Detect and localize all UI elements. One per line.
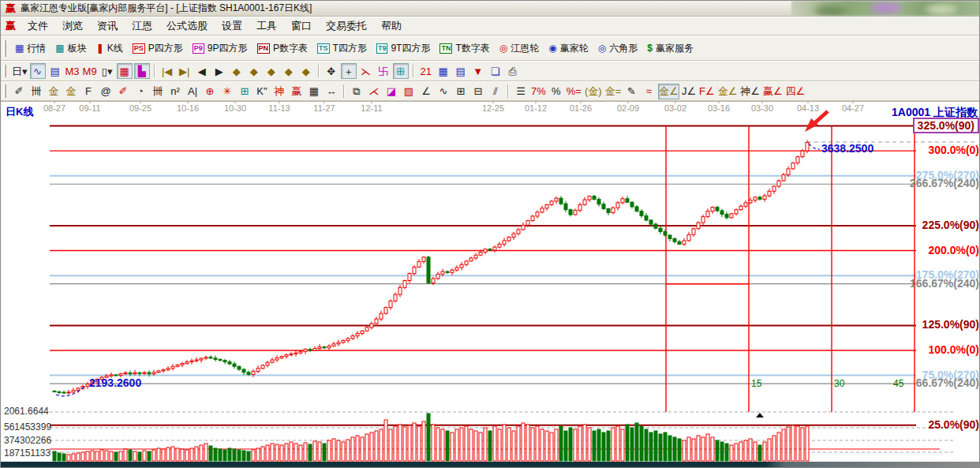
- sectors-button[interactable]: ▩板块: [50, 39, 91, 58]
- p-square-button[interactable]: PSP四方形: [128, 39, 188, 58]
- gann-circle-tool[interactable]: ⊕: [202, 84, 218, 99]
- page-prev-button[interactable]: ◀: [194, 63, 210, 79]
- wave-9-button[interactable]: M9: [82, 63, 98, 79]
- menu-item-工具[interactable]: 工具: [249, 17, 284, 35]
- grid-b-tool[interactable]: ⊟: [470, 84, 486, 99]
- gold-angle-tool[interactable]: 金∠: [658, 84, 679, 99]
- menu-item-交易委托[interactable]: 交易委托: [319, 17, 374, 35]
- 9t-square-button[interactable]: T99T四方形: [372, 39, 436, 58]
- k-quote-tool[interactable]: K": [254, 84, 270, 99]
- percent-tool[interactable]: %: [548, 84, 564, 99]
- page-next-button[interactable]: ▶: [211, 63, 227, 79]
- fan-box-tool[interactable]: ◪: [383, 84, 399, 99]
- toolbar-grip[interactable]: [3, 65, 6, 78]
- menu-item-设置[interactable]: 设置: [215, 17, 249, 35]
- f-angle-tool[interactable]: F∠: [698, 84, 716, 99]
- zoom-wave-button[interactable]: ∿: [30, 63, 46, 79]
- gann-web-tool[interactable]: ✳: [219, 84, 235, 99]
- gold-ruler2-tool[interactable]: 金: [63, 84, 79, 99]
- mirror-tool[interactable]: A|: [185, 84, 200, 99]
- period-dropdown[interactable]: 日▾: [11, 63, 28, 79]
- gann-tool-button[interactable]: ▦: [117, 63, 133, 79]
- winner-wheel-button[interactable]: ◉赢家轮: [544, 39, 593, 58]
- pen-sword-tool[interactable]: ✎: [623, 84, 639, 99]
- trendline-button[interactable]: ⋋: [358, 63, 374, 79]
- percent7-tool[interactable]: 7%: [530, 84, 547, 99]
- candlestick-plot[interactable]: [1, 101, 980, 462]
- shen-angle-tool[interactable]: 神∠: [739, 84, 761, 99]
- slashes-tool[interactable]: ⫽: [488, 84, 503, 99]
- web-export-button[interactable]: ❏: [488, 63, 503, 79]
- percent-line-tool[interactable]: %=: [566, 84, 582, 99]
- angle-lines-tool[interactable]: ∠: [418, 84, 434, 99]
- zigzag-tool[interactable]: ∿: [436, 84, 451, 99]
- menu-item-窗口[interactable]: 窗口: [284, 17, 319, 35]
- toolbar-grip[interactable]: [3, 40, 6, 57]
- gann-shape-button[interactable]: 卐: [376, 63, 391, 79]
- fan-tool[interactable]: ⋌: [366, 84, 382, 99]
- crosshair-button[interactable]: ＋: [341, 63, 357, 79]
- winner-service-button[interactable]: $赢家服务: [642, 39, 698, 58]
- menu-item-浏览[interactable]: 浏览: [55, 17, 90, 35]
- ying-tool[interactable]: 赢: [289, 84, 305, 99]
- save-button[interactable]: ▼: [470, 63, 486, 79]
- jump-last-button[interactable]: ▶|: [177, 63, 193, 79]
- spiral-tool[interactable]: @: [98, 84, 114, 99]
- menu-item-江恩[interactable]: 江恩: [125, 17, 159, 35]
- expand-left-button[interactable]: ◆: [229, 63, 245, 79]
- menu-item-文件[interactable]: 文件: [21, 17, 55, 35]
- jump-first-button[interactable]: |◀: [159, 63, 175, 79]
- red-knife-tool[interactable]: ✐: [115, 84, 131, 99]
- si-angle-tool[interactable]: 四∠: [785, 84, 806, 99]
- fan-grid-tool[interactable]: ▨: [401, 84, 417, 99]
- gann-wheel-button[interactable]: ◎江恩轮: [495, 39, 544, 58]
- shen-tool[interactable]: 神: [271, 84, 287, 99]
- gold-circle-tool[interactable]: (金): [584, 84, 603, 99]
- hexagon-button[interactable]: ◎六角形: [593, 39, 642, 58]
- n2-tool[interactable]: n²: [167, 84, 183, 99]
- notes-button[interactable]: ▤: [453, 63, 469, 79]
- f-ruler-tool[interactable]: F: [80, 84, 96, 99]
- expand-right-button[interactable]: ◆: [246, 63, 262, 79]
- volume-profile-button[interactable]: ▙: [134, 63, 150, 79]
- menu-item-帮助[interactable]: 帮助: [374, 17, 409, 35]
- calculator-button[interactable]: ▦: [436, 63, 451, 79]
- j-angle-tool[interactable]: J∠: [681, 84, 697, 99]
- menu-item-公式选股[interactable]: 公式选股: [159, 17, 215, 35]
- clock-tool[interactable]: ◔: [133, 84, 148, 99]
- wave-a-tool[interactable]: ≈: [641, 84, 656, 99]
- t-square-button[interactable]: TST四方形: [312, 39, 372, 58]
- comb-tool[interactable]: 卌: [28, 84, 44, 99]
- gann-level-label: 300.0%(0): [928, 144, 979, 156]
- brain-button[interactable]: ꕥ: [393, 63, 409, 79]
- expand-diagonal-button[interactable]: ◆: [281, 63, 297, 79]
- chart-area[interactable]: 日K线 1A0001 上证指数 2193.2600 3638.2500 08-2…: [1, 101, 980, 462]
- knife-tool[interactable]: ✐: [11, 84, 27, 99]
- info-panel-button[interactable]: ▤: [47, 63, 63, 79]
- quotes-button[interactable]: ▦行情: [10, 39, 50, 58]
- wave-3-button[interactable]: M3: [65, 63, 80, 79]
- expand-horizontal-button[interactable]: ◆: [264, 63, 279, 79]
- gold-line-tool[interactable]: 金=: [604, 84, 623, 99]
- p-number-table-button[interactable]: PNP数字表: [252, 39, 313, 58]
- pan-hand-button[interactable]: ✥: [324, 63, 339, 79]
- print-button[interactable]: ⎙: [505, 63, 521, 79]
- gold-ruler-tool[interactable]: 金: [46, 84, 62, 99]
- gann-web-box-tool[interactable]: ⊞: [237, 84, 252, 99]
- box-cross-tool[interactable]: ⧉: [349, 84, 365, 99]
- calendar-button[interactable]: 21: [418, 63, 434, 79]
- t-number-table-button[interactable]: TNT数字表: [435, 39, 494, 58]
- grid-a-tool[interactable]: ⊞: [453, 84, 469, 99]
- ruler-scale-tool[interactable]: ☰: [513, 84, 529, 99]
- grid123-tool[interactable]: ▦: [306, 84, 322, 99]
- ying-angle-tool[interactable]: 赢∠: [762, 84, 784, 99]
- kline-button[interactable]: ❚K线: [92, 39, 128, 58]
- toolbar-grip[interactable]: [3, 84, 6, 97]
- 9p-square-button[interactable]: P99P四方形: [188, 39, 252, 58]
- expand-all-button[interactable]: ◆: [298, 63, 314, 79]
- harrow-tool[interactable]: ↔: [324, 84, 339, 99]
- comb2-tool[interactable]: 卌: [150, 84, 166, 99]
- menu-item-资讯[interactable]: 资讯: [90, 17, 125, 35]
- candle-style-dropdown[interactable]: ▯▾: [99, 63, 115, 79]
- gold-angle2-tool[interactable]: 金∠: [717, 84, 739, 99]
